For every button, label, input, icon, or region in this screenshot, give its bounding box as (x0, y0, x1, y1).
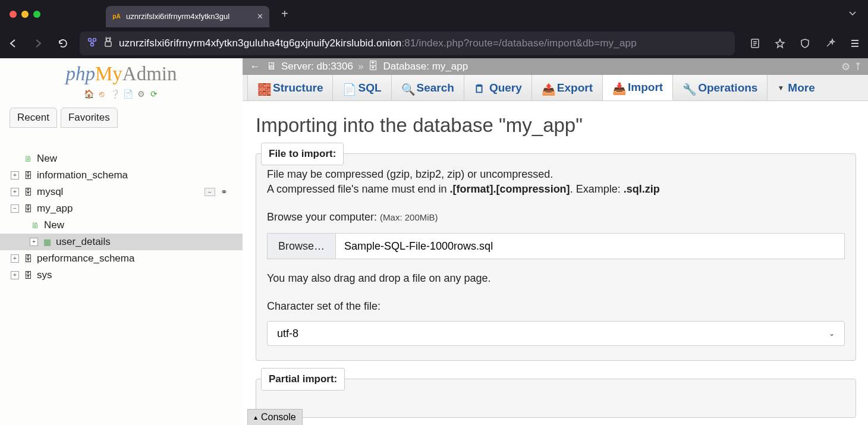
tree-db-sys[interactable]: +🗄sys (0, 267, 243, 284)
logout-icon[interactable]: ⎋ (96, 89, 107, 99)
search-icon: 🔍 (401, 83, 412, 93)
forward-button[interactable] (30, 35, 46, 52)
tabs-overflow-icon[interactable] (848, 8, 857, 20)
charset-select[interactable]: utf-8 ⌄ (267, 321, 845, 346)
page-title: Importing into the database "my_app" (256, 114, 856, 137)
tab-recent[interactable]: Recent (10, 108, 57, 128)
import-icon: 📥 (612, 82, 623, 93)
expand-icon[interactable]: + (11, 254, 19, 263)
breadcrumb: ← 🖥 Server: db:3306 » 🗄 Database: my_app… (243, 58, 868, 75)
expand-icon[interactable]: + (11, 271, 19, 279)
shield-icon[interactable] (797, 35, 813, 52)
link-icon[interactable]: ⚭ (219, 188, 229, 196)
database-icon: 🗄 (23, 270, 33, 280)
tree-new-table[interactable]: 🗎New (0, 217, 243, 234)
console-toggle[interactable]: ▴ Console (247, 409, 303, 425)
structure-icon: 🧱 (257, 83, 268, 93)
charset-label: Character set of the file: (267, 300, 845, 313)
sparkle-icon[interactable] (822, 35, 838, 52)
phpmyadmin-logo[interactable]: phpMyAdmin (0, 62, 243, 85)
browse-button[interactable]: Browse… (267, 233, 336, 259)
database-icon: 🗄 (23, 204, 33, 213)
query-icon: 🗒 (474, 83, 485, 93)
home-icon[interactable]: 🏠 (83, 89, 94, 99)
browser-tab[interactable]: pA uznrzifslxi6rifrnyrm4xfytkn3gul ✕ (106, 6, 269, 27)
caret-down-icon: ▼ (777, 84, 784, 92)
server-icon: 🖥 (266, 61, 276, 73)
partial-import-fieldset: Partial import: (256, 379, 856, 418)
breadcrumb-back-icon[interactable]: ← (249, 61, 262, 73)
breadcrumb-server[interactable]: Server: db:3306 (281, 61, 353, 73)
breadcrumb-database[interactable]: Database: my_app (383, 61, 468, 73)
tab-operations[interactable]: 🔧Operations (673, 75, 768, 100)
sidebar: phpMyAdmin 🏠 ⎋ ❔ 📄 ⚙ ⟳ Recent Favorites … (0, 58, 243, 425)
tab-sql[interactable]: 📄SQL (333, 75, 391, 100)
import-page: Importing into the database "my_app" Fil… (243, 101, 868, 425)
file-to-import-fieldset: File to import: File may be compressed (… (256, 153, 856, 361)
tab-import[interactable]: 📥Import (603, 75, 673, 100)
docs-icon[interactable]: ❔ (109, 89, 120, 99)
minimize-window-icon[interactable] (21, 11, 29, 18)
tab-more[interactable]: ▼More (768, 75, 824, 100)
table-icon: ▦ (42, 237, 52, 247)
browser-toolbar: uznrzifslxi6rifrnyrm4xfytkn3guluha4tg6gx… (0, 28, 868, 58)
tree-table-user_details[interactable]: +▦user_details (0, 234, 243, 250)
file-input-row: Browse… Sample-SQL-File-1000rows.sql (267, 233, 845, 259)
window-controls (10, 11, 40, 18)
tree-db-performance_schema[interactable]: +🗄performance_schema (0, 250, 243, 267)
maximize-window-icon[interactable] (33, 11, 40, 18)
tree-db-information_schema[interactable]: +🗄information_schema (0, 167, 243, 184)
sidebar-quick-icons: 🏠 ⎋ ❔ 📄 ⚙ ⟳ (0, 89, 243, 99)
back-button[interactable] (5, 35, 21, 52)
expand-icon[interactable]: + (30, 238, 38, 246)
tab-export[interactable]: 📤Export (532, 75, 603, 100)
file-name-field[interactable]: Sample-SQL-File-1000rows.sql (336, 233, 845, 259)
sidebar-tabs: Recent Favorites (10, 108, 243, 128)
collapse-tree-icon[interactable]: − (205, 188, 215, 196)
expand-icon[interactable]: + (11, 171, 19, 180)
reader-icon[interactable] (747, 35, 763, 52)
new-table-icon: 🗎 (30, 221, 40, 230)
tab-favorites[interactable]: Favorites (61, 108, 118, 128)
collapse-panel-icon[interactable]: ⤒ (854, 61, 862, 73)
dragdrop-hint: You may also drag and drop a file on any… (267, 272, 845, 285)
bookmark-icon[interactable] (772, 35, 788, 52)
main-panel: ← 🖥 Server: db:3306 » 🗄 Database: my_app… (243, 58, 868, 425)
charset-value: utf-8 (277, 328, 298, 340)
expand-icon[interactable]: + (11, 188, 19, 196)
svg-rect-3 (105, 42, 111, 46)
main-tabs: 🧱Structure 📄SQL 🔍Search 🗒Query 📤Export 📥… (243, 75, 868, 101)
fieldset-legend-partial: Partial import: (261, 368, 345, 391)
fieldset-legend-file: File to import: (261, 143, 344, 165)
settings-gear-icon[interactable]: ⚙ (136, 89, 146, 99)
reload-tree-icon[interactable]: ⟳ (149, 89, 159, 99)
tree-new-db[interactable]: 🗎New (0, 150, 243, 167)
new-tab-button[interactable]: + (281, 7, 288, 21)
browse-label: Browse your computer: (Max: 200MiB) (267, 211, 845, 223)
database-icon: 🗄 (23, 171, 33, 180)
new-db-icon: 🗎 (23, 154, 33, 163)
compress-info-line1: File may be compressed (gzip, bzip2, zip… (267, 168, 845, 181)
caret-up-icon: ▴ (254, 413, 257, 421)
page-settings-gear-icon[interactable]: ⚙ (841, 61, 850, 73)
collapse-icon[interactable]: − (11, 204, 19, 213)
tab-search[interactable]: 🔍Search (392, 75, 464, 100)
tab-query[interactable]: 🗒Query (464, 75, 532, 100)
tree-db-my_app[interactable]: −🗄my_app (0, 200, 243, 217)
reload-button[interactable] (55, 35, 71, 52)
database-icon: 🗄 (23, 254, 33, 263)
tab-structure[interactable]: 🧱Structure (247, 75, 333, 100)
operations-icon: 🔧 (683, 83, 693, 93)
extension-icon[interactable] (87, 37, 98, 50)
chevron-down-icon: ⌄ (829, 329, 835, 338)
close-tab-icon[interactable]: ✕ (257, 12, 263, 21)
browser-tab-bar: pA uznrzifslxi6rifrnyrm4xfytkn3gul ✕ + (0, 0, 868, 28)
address-bar[interactable]: uznrzifslxi6rifrnyrm4xfytkn3guluha4tg6gx… (80, 32, 735, 55)
close-window-icon[interactable] (10, 11, 17, 18)
database-crumb-icon: 🗄 (368, 61, 378, 73)
sql-page-icon[interactable]: 📄 (122, 89, 133, 99)
database-icon: 🗄 (23, 187, 33, 197)
menu-icon[interactable] (847, 35, 863, 52)
app-content: phpMyAdmin 🏠 ⎋ ❔ 📄 ⚙ ⟳ Recent Favorites … (0, 58, 868, 425)
lock-icon[interactable] (103, 37, 113, 50)
